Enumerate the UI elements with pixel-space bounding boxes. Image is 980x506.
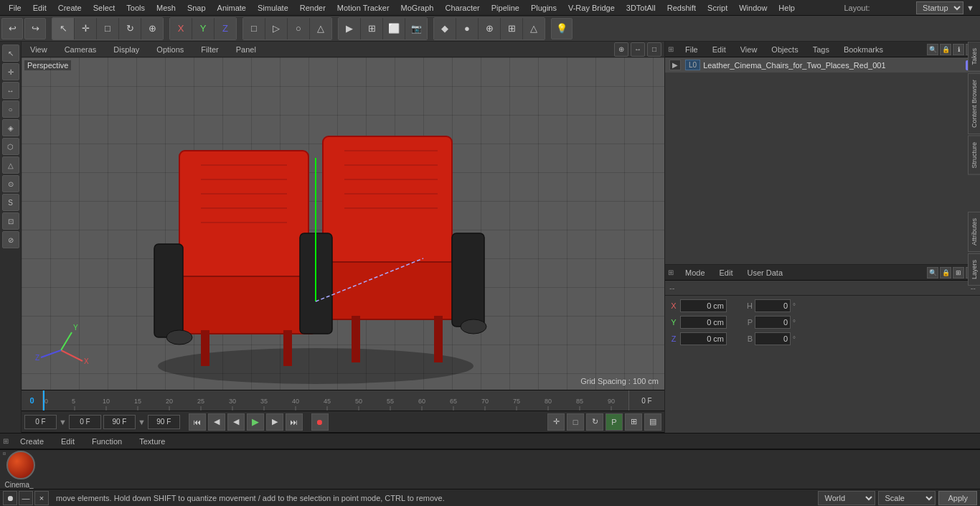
goto-end-button[interactable]: ⏭	[286, 413, 303, 431]
viewport[interactable]: Perspective	[22, 57, 664, 390]
sidebar-select-icon[interactable]: ↖	[2, 44, 19, 62]
play-button[interactable]: ▶	[247, 413, 264, 431]
obj-tab-tags[interactable]: Tags	[807, 44, 835, 55]
select-mode-button[interactable]: ↖	[52, 18, 74, 39]
menu-mograph[interactable]: MoGraph	[395, 2, 440, 14]
timeline-ruler[interactable]: 0 5 10 15 20 25 30 35	[43, 390, 628, 411]
playback-arrow-down[interactable]: ▼	[59, 418, 67, 426]
menu-file[interactable]: File	[3, 2, 27, 14]
vtab-layers[interactable]: Layers	[968, 253, 980, 286]
obj-expand-arrow[interactable]: ▶	[669, 60, 681, 70]
material-sphere[interactable]	[6, 451, 35, 479]
coord-b-field[interactable]	[755, 332, 791, 345]
sidebar-rotate-icon[interactable]: ↔	[2, 82, 19, 99]
sidebar-cut-icon[interactable]: ⊘	[2, 231, 19, 248]
apply-button[interactable]: Apply	[938, 491, 977, 505]
coord-p-field[interactable]	[755, 316, 791, 329]
attr-tab-userdata[interactable]: User Data	[742, 267, 789, 278]
menu-redshift[interactable]: Redshift	[661, 2, 702, 14]
viewport-ctrl-2[interactable]: ↔	[631, 42, 645, 57]
play-ctrl-4[interactable]: P	[606, 413, 623, 431]
render-view-button[interactable]: ⊞	[361, 18, 382, 39]
tab-filter[interactable]: Filter	[195, 44, 224, 55]
sidebar-grid-icon[interactable]: ⬡	[2, 138, 19, 155]
world-dropdown[interactable]: World	[818, 491, 875, 505]
poly-mode-button[interactable]: ○	[288, 18, 309, 39]
mat-tab-edit[interactable]: Edit	[55, 436, 80, 447]
vtab-takes[interactable]: Takes	[968, 42, 980, 72]
attr-search[interactable]: 🔍	[927, 267, 938, 278]
camera-button[interactable]: 📷	[405, 18, 427, 39]
vtab-attributes[interactable]: Attributes	[968, 212, 980, 252]
next-frame-button[interactable]: ▶	[266, 413, 283, 431]
cone-button[interactable]: △	[523, 18, 545, 39]
play-ctrl-1[interactable]: ✛	[547, 413, 565, 431]
scale-button[interactable]: □	[97, 18, 118, 39]
cube-button[interactable]: ◆	[434, 18, 456, 39]
viewport-ctrl-3[interactable]: □	[647, 42, 661, 57]
play-reverse-button[interactable]: ◀	[227, 413, 245, 431]
attr-tab-edit[interactable]: Edit	[714, 267, 739, 278]
mat-tab-texture[interactable]: Texture	[133, 436, 171, 447]
menu-help[interactable]: Help	[773, 2, 801, 14]
vtab-content-browser[interactable]: Content Browser	[968, 73, 980, 134]
edge-mode-button[interactable]: ▷	[265, 18, 287, 39]
taskbar-close[interactable]: ×	[34, 491, 49, 505]
mat-tab-create[interactable]: Create	[14, 436, 50, 447]
play-ctrl-5[interactable]: ⊞	[625, 413, 642, 431]
layout-select[interactable]: Startup	[916, 1, 963, 14]
record-button[interactable]: ⏺	[311, 413, 329, 431]
sidebar-move-icon[interactable]: ✛	[2, 63, 19, 80]
menu-plugins[interactable]: Plugins	[525, 2, 562, 14]
layout-arrow[interactable]: ▼	[963, 4, 977, 12]
move-button[interactable]: ✛	[75, 18, 96, 39]
menu-create[interactable]: Create	[52, 2, 88, 14]
coord-z-field[interactable]	[680, 332, 727, 345]
menu-render[interactable]: Render	[294, 2, 331, 14]
obj-tab-view[interactable]: View	[735, 44, 763, 55]
sidebar-target-icon[interactable]: ⊙	[2, 175, 19, 192]
x-axis-button[interactable]: X	[170, 18, 192, 39]
scale-dropdown[interactable]: Scale	[878, 491, 936, 505]
menu-pipeline[interactable]: Pipeline	[486, 2, 525, 14]
transform-button[interactable]: ⊕	[141, 18, 163, 39]
obj-tab-edit[interactable]: Edit	[707, 44, 732, 55]
tab-panel[interactable]: Panel	[230, 44, 262, 55]
prev-frame-button[interactable]: ◀	[208, 413, 225, 431]
light-button[interactable]: 💡	[551, 18, 573, 39]
menu-snap[interactable]: Snap	[182, 2, 212, 14]
coord-y-field[interactable]	[680, 316, 727, 329]
render-frame-button[interactable]: ⬜	[383, 18, 405, 39]
menu-3dtotal[interactable]: 3DTotAll	[621, 2, 661, 14]
y-axis-button[interactable]: Y	[192, 18, 214, 39]
sidebar-hex-icon[interactable]: ◈	[2, 119, 19, 136]
sidebar-s-icon[interactable]: S	[2, 194, 19, 211]
goto-start-button[interactable]: ⏮	[189, 413, 206, 431]
playback-current-field[interactable]	[69, 415, 101, 429]
tab-cameras[interactable]: Cameras	[59, 44, 103, 55]
sphere-button[interactable]: ●	[456, 18, 478, 39]
menu-edit[interactable]: Edit	[27, 2, 52, 14]
obj-tab-file[interactable]: File	[679, 44, 704, 55]
menu-window[interactable]: Window	[733, 2, 773, 14]
sidebar-circle-icon[interactable]: ○	[2, 100, 19, 118]
attr-more[interactable]: ⊞	[953, 267, 964, 278]
render-button[interactable]: ▶	[339, 18, 360, 39]
playback-end2-field[interactable]	[148, 415, 180, 429]
menu-tools[interactable]: Tools	[121, 2, 151, 14]
playback-end-field[interactable]	[103, 415, 136, 429]
tab-options[interactable]: Options	[151, 44, 189, 55]
play-ctrl-6[interactable]: ▤	[644, 413, 661, 431]
mat-tab-function[interactable]: Function	[86, 436, 128, 447]
menu-character[interactable]: Character	[439, 2, 485, 14]
playback-start-field[interactable]	[24, 415, 57, 429]
play-ctrl-2[interactable]: □	[567, 413, 584, 431]
rotate-button[interactable]: ↻	[119, 18, 141, 39]
menu-animate[interactable]: Animate	[212, 2, 252, 14]
grid-button[interactable]: ⊞	[501, 18, 522, 39]
redo-button[interactable]: ↪	[24, 18, 46, 39]
sidebar-box-icon[interactable]: ⊡	[2, 212, 19, 230]
object-mode-button[interactable]: □	[243, 18, 265, 39]
obj-search-icon[interactable]: 🔍	[927, 44, 938, 55]
menu-script[interactable]: Script	[702, 2, 733, 14]
